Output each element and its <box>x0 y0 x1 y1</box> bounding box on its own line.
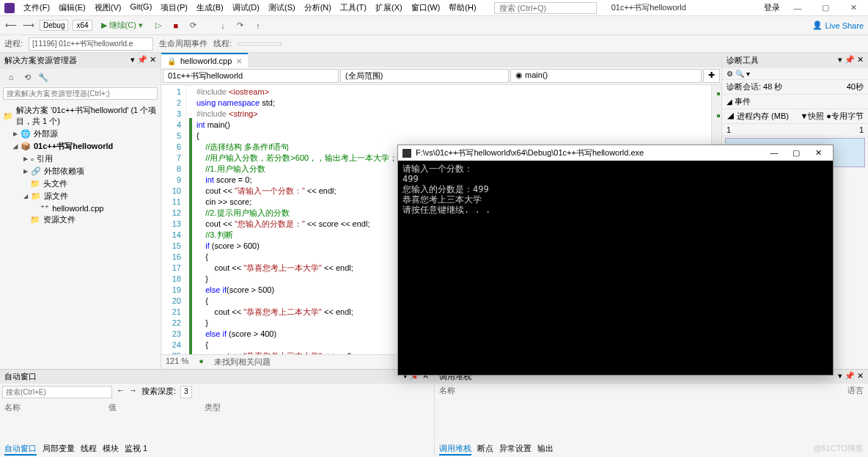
menu-item[interactable]: 生成(B) <box>194 1 227 15</box>
file-node[interactable]: ⁺⁺ helloworld.cpp <box>3 202 158 213</box>
start-no-debug-icon[interactable]: ▷ <box>152 19 165 32</box>
console-path: F:\vs\01c++书写helloworld\x64\Debug\01c++书… <box>416 147 644 158</box>
issues-status[interactable]: 未找到相关问题 <box>214 357 271 368</box>
menu-item[interactable]: 项目(P) <box>158 1 191 15</box>
close-icon[interactable]: ✕ <box>808 148 828 158</box>
bottom-tab[interactable]: 异常设置 <box>499 443 532 456</box>
step-out-icon[interactable]: ↑ <box>251 19 265 32</box>
project-node[interactable]: ◢ 📦 01c++书写helloworld <box>3 140 158 153</box>
events-header[interactable]: ◢ 事件 <box>722 95 868 109</box>
process-label: 进程: <box>4 38 23 49</box>
tree-item[interactable]: 📁 资源文件 <box>3 213 158 226</box>
sync-icon[interactable]: ⟲ <box>21 70 34 84</box>
minimize-icon[interactable]: — <box>764 148 784 158</box>
step-into-icon[interactable]: ↓ <box>216 19 229 32</box>
step-over-icon[interactable]: ↷ <box>234 19 247 32</box>
tree-item[interactable]: 📁 头文件 <box>3 178 158 190</box>
menu-item[interactable]: 窗口(W) <box>408 1 444 15</box>
minimize-icon[interactable]: — <box>787 4 808 12</box>
bottom-tab[interactable]: 局部变量 <box>43 443 75 456</box>
editor-tab[interactable]: 🔒 helloworld.cpp ✕ <box>161 53 248 67</box>
autos-search-input[interactable] <box>2 386 112 398</box>
search-input[interactable] <box>494 2 597 14</box>
breadcrumb[interactable]: 01c++书写helloworld <box>163 69 339 83</box>
menu-item[interactable]: 文件(F) <box>21 1 53 15</box>
session-time: 诊断会话: 48 秒 <box>727 82 782 91</box>
zoom-level[interactable]: 121 % <box>166 357 188 368</box>
thread-label: 线程: <box>213 38 232 49</box>
depth-select[interactable]: 3 <box>180 386 192 398</box>
thread-select[interactable] <box>238 43 282 45</box>
watermark: @51CTO博客 <box>814 443 864 454</box>
forward-icon[interactable]: ⟶ <box>22 19 35 32</box>
line-gutter: 1234567891011121314151617181920212223242… <box>161 85 186 354</box>
platform-select[interactable]: x64 <box>73 20 92 31</box>
refresh-icon[interactable]: ⟳ <box>187 19 200 32</box>
login-link[interactable]: 登录 <box>764 2 780 13</box>
solution-explorer: 解决方案资源管理器▾ 📌 ✕ ⌂ ⟲ 🔧 📁 解决方案 '01c++书写hell… <box>0 53 161 369</box>
continue-button[interactable]: ▶ 继续(C) ▾ <box>97 18 147 32</box>
bottom-tab[interactable]: 模块 <box>103 443 119 456</box>
back-icon[interactable]: ⟵ <box>4 19 18 32</box>
home-icon[interactable]: ⌂ <box>4 70 18 84</box>
explorer-search-input[interactable] <box>3 87 158 100</box>
nav-next-icon[interactable]: → <box>129 386 137 398</box>
bottom-tab[interactable]: 断点 <box>477 443 493 456</box>
tree-item[interactable]: ◢ 📁 源文件 <box>3 190 158 202</box>
nav-prev-icon[interactable]: ← <box>117 386 125 398</box>
stop-icon[interactable]: ■ <box>169 19 183 32</box>
tree-item[interactable]: ▶ ▫ 引用 <box>3 153 158 165</box>
solution-node[interactable]: 📁 解决方案 '01c++书写helloworld' (1 个项目，共 1 个) <box>3 104 158 128</box>
breadcrumb[interactable]: ◉ main() <box>510 69 702 83</box>
main-menu: 文件(F)编辑(E)视图(V)Git(G)项目(P)生成(B)调试(D)测试(S… <box>21 1 479 15</box>
live-share-button[interactable]: 👤 Live Share <box>812 21 864 30</box>
title-bar: 文件(F)编辑(E)视图(V)Git(G)项目(P)生成(B)调试(D)测试(S… <box>0 0 868 16</box>
maximize-icon[interactable]: ▢ <box>815 3 836 12</box>
menu-item[interactable]: 扩展(X) <box>372 1 405 15</box>
callstack-window: 调用堆栈▾ 📌 ✕ 名称语言 调用堆栈断点异常设置输出 <box>435 370 869 457</box>
panel-title: 诊断工具 <box>727 55 759 66</box>
change-marks <box>186 85 194 354</box>
process-select[interactable]: [11196] 01c++书写helloworld.e <box>29 37 153 51</box>
maximize-icon[interactable]: ▢ <box>786 148 806 158</box>
panel-title: 解决方案资源管理器 <box>4 55 77 66</box>
menu-item[interactable]: 编辑(E) <box>56 1 89 15</box>
tree-item[interactable]: ▶ 🌐 外部源 <box>3 128 158 140</box>
menu-item[interactable]: 工具(T) <box>337 1 369 15</box>
vs-logo-icon <box>4 3 15 13</box>
console-window: F:\vs\01c++书写helloworld\x64\Debug\01c++书… <box>397 145 834 376</box>
menu-item[interactable]: 帮助(H) <box>446 1 479 15</box>
bottom-tab[interactable]: 输出 <box>537 443 553 456</box>
diag-toolbar: ⚙ 🔍 ▾ <box>722 68 868 80</box>
console-titlebar[interactable]: F:\vs\01c++书写helloworld\x64\Debug\01c++书… <box>398 145 833 161</box>
bottom-tab[interactable]: 自动窗口 <box>4 443 37 456</box>
lifecycle-label: 生命周期事件 <box>159 38 207 49</box>
autos-window: 自动窗口▾ 📌 ✕ ←→ 搜索深度: 3 名称值类型 自动窗口局部变量线程模块监… <box>0 370 435 457</box>
menu-item[interactable]: 分析(N) <box>301 1 334 15</box>
bottom-tab[interactable]: 监视 1 <box>125 443 147 456</box>
tree-item[interactable]: ▶ 🔗 外部依赖项 <box>3 165 158 178</box>
menu-item[interactable]: 视图(V) <box>92 1 125 15</box>
wrench-icon[interactable]: 🔧 <box>37 70 50 84</box>
solution-tree: 📁 解决方案 '01c++书写helloworld' (1 个项目，共 1 个)… <box>0 101 161 229</box>
menu-item[interactable]: Git(G) <box>127 1 155 15</box>
console-output: 请输入一个分数： 499 您输入的分数是：499 恭喜您考上三本大学 请按任意键… <box>398 161 833 218</box>
main-toolbar: ⟵ ⟶ Debug x64 ▶ 继续(C) ▾ ▷ ■ ⟳ ↓ ↷ ↑ 👤 Li… <box>0 16 868 35</box>
debug-toolbar: 进程: [11196] 01c++书写helloworld.e 生命周期事件 线… <box>0 35 868 53</box>
panel-title: 自动窗口 <box>4 371 37 382</box>
memory-header[interactable]: ◢ 进程内存 (MB)▼快照 ●专用字节 <box>722 109 868 124</box>
explorer-toolbar: ⌂ ⟲ 🔧 <box>0 68 161 86</box>
menu-item[interactable]: 测试(S) <box>265 1 298 15</box>
bottom-tab[interactable]: 线程 <box>81 443 97 456</box>
bottom-tab[interactable]: 调用堆栈 <box>439 443 471 456</box>
panel-controls[interactable]: ▾ 📌 ✕ <box>838 55 864 66</box>
menu-item[interactable]: 调试(D) <box>229 1 262 15</box>
split-icon[interactable]: ✚ <box>703 69 720 83</box>
breadcrumb[interactable]: (全局范围) <box>340 69 509 83</box>
console-icon <box>402 149 411 158</box>
panel-pin-icon[interactable]: ▾ 📌 ✕ <box>130 55 156 66</box>
close-icon[interactable]: ✕ <box>843 3 864 12</box>
tab-close-icon[interactable]: ✕ <box>236 57 242 65</box>
config-select[interactable]: Debug <box>40 20 68 31</box>
solution-title: 01c++书写helloworld <box>611 2 686 13</box>
